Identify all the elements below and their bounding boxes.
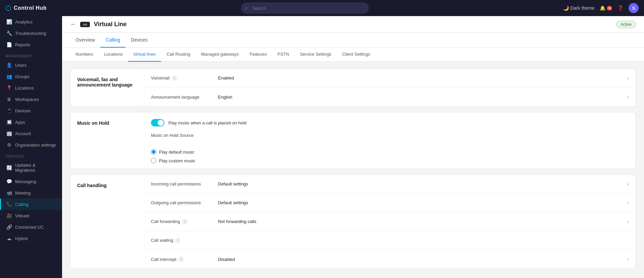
- sidebar-label-groups: Groups: [15, 74, 30, 79]
- outgoing-call-permissions-arrow[interactable]: ›: [627, 200, 629, 206]
- notification-badge: 5: [607, 6, 612, 10]
- call-forwarding-info-icon[interactable]: i: [182, 219, 187, 224]
- sub-tab-managed-gateways-label: Managed gateways: [201, 52, 239, 57]
- call-intercept-info-icon[interactable]: i: [178, 257, 184, 262]
- voicemail-card-left: Voicemail, fax and announcement language: [70, 69, 144, 106]
- calling-icon: 📞: [6, 202, 12, 207]
- sidebar-item-vidcast[interactable]: 🎥 Vidcast: [0, 210, 62, 221]
- sidebar-label-workspaces: Workspaces: [15, 97, 39, 102]
- call-forwarding-value: Not forwarding calls: [218, 219, 627, 224]
- moon-icon: 🌙: [563, 5, 569, 11]
- voicemail-value: Enabled: [218, 75, 627, 80]
- call-waiting-info-icon[interactable]: i: [175, 238, 180, 243]
- call-intercept-arrow[interactable]: ›: [627, 256, 629, 262]
- voicemail-info-icon[interactable]: i: [172, 75, 177, 81]
- call-intercept-value: Disabled: [218, 257, 627, 262]
- sidebar-item-account[interactable]: 🏢 Account: [0, 128, 62, 139]
- outgoing-call-permissions-row: Outgoing call permissions Default settin…: [144, 193, 636, 212]
- sub-tab-virtual-lines[interactable]: Virtual lines: [128, 48, 161, 62]
- sidebar-item-users[interactable]: 👤 Users: [0, 59, 62, 71]
- help-button[interactable]: ❓: [618, 5, 623, 11]
- updates-icon: 🔄: [6, 165, 12, 170]
- sub-tab-locations-label: Locations: [104, 52, 123, 57]
- sidebar-label-updates: Updates & Migrations: [15, 163, 57, 173]
- sub-tab-service-settings[interactable]: Service Settings: [294, 48, 337, 62]
- sidebar-item-locations[interactable]: 📍 Locations: [0, 82, 62, 94]
- play-default-music-option[interactable]: Play default music: [151, 149, 629, 155]
- sidebar-item-reports[interactable]: 📄 Reports: [0, 39, 62, 50]
- search-input[interactable]: [241, 3, 369, 13]
- play-custom-music-option[interactable]: Play custom music: [151, 158, 629, 163]
- sidebar-item-workspaces[interactable]: 🖥 Workspaces: [0, 94, 62, 105]
- sub-tab-pstn-label: PSTN: [277, 52, 289, 57]
- page-header-right: Active: [616, 21, 636, 28]
- music-on-hold-toggle[interactable]: [151, 119, 164, 126]
- analytics-icon: 📊: [6, 19, 12, 24]
- status-badge: Active: [616, 21, 636, 28]
- voicemail-row-arrow[interactable]: ›: [627, 75, 629, 81]
- announcement-language-row: Announcement language English ›: [144, 88, 636, 106]
- dark-theme-toggle[interactable]: 🌙 Dark theme: [563, 5, 594, 11]
- sidebar-item-messaging[interactable]: 💬 Messaging: [0, 176, 62, 187]
- breadcrumb-icon: ≡≡: [80, 22, 90, 27]
- sidebar-item-analytics[interactable]: 📊 Analytics: [0, 16, 62, 27]
- sub-tab-locations[interactable]: Locations: [99, 48, 128, 62]
- sidebar-item-hybrid[interactable]: ☁ Hybrid: [0, 233, 62, 244]
- sidebar-item-groups[interactable]: 👥 Groups: [0, 71, 62, 82]
- page-title: Virtual Line: [94, 21, 127, 28]
- sidebar-item-connected-uc[interactable]: 🔗 Connected UC: [0, 221, 62, 233]
- sidebar-label-connected-uc: Connected UC: [15, 225, 44, 230]
- sub-tab-client-settings[interactable]: Client Settings: [337, 48, 376, 62]
- tab-overview-label: Overview: [75, 37, 95, 43]
- sub-tab-virtual-lines-label: Virtual lines: [133, 52, 156, 57]
- sidebar-item-troubleshooting[interactable]: 🔧 Troubleshooting: [0, 27, 62, 39]
- sidebar-label-reports: Reports: [15, 42, 31, 47]
- sub-tab-numbers-label: Numbers: [75, 52, 93, 57]
- voicemail-card: Voicemail, fax and announcement language…: [70, 68, 636, 107]
- sub-tab-pstn[interactable]: PSTN: [272, 48, 294, 62]
- sub-tab-features[interactable]: Features: [244, 48, 272, 62]
- sidebar-item-updates[interactable]: 🔄 Updates & Migrations: [0, 160, 62, 176]
- devices-icon: 📱: [6, 108, 12, 113]
- sub-tab-numbers[interactable]: Numbers: [70, 48, 99, 62]
- sidebar-item-devices[interactable]: 📱 Devices: [0, 105, 62, 116]
- sidebar-item-calling[interactable]: 📞 Calling: [0, 199, 62, 210]
- call-intercept-row: Call intercept i Disabled ›: [144, 250, 636, 269]
- dark-theme-label: Dark theme: [570, 5, 594, 11]
- call-forwarding-arrow[interactable]: ›: [627, 219, 629, 225]
- notifications-button[interactable]: 🔔 5: [600, 5, 612, 11]
- meeting-icon: 📹: [6, 190, 12, 196]
- sub-tab-client-settings-label: Client Settings: [342, 52, 370, 57]
- tab-calling[interactable]: Calling: [100, 33, 125, 48]
- sidebar-label-messaging: Messaging: [15, 179, 36, 184]
- bell-icon: 🔔: [600, 5, 605, 11]
- call-waiting-row: Call waiting i: [144, 231, 636, 250]
- call-handling-card-left: Call handling: [70, 175, 144, 269]
- sidebar-item-meeting[interactable]: 📹 Meeting: [0, 187, 62, 199]
- announcement-language-row-arrow[interactable]: ›: [627, 94, 629, 100]
- sub-tab-call-routing[interactable]: Call Routing: [161, 48, 196, 62]
- back-button[interactable]: ←: [70, 21, 76, 28]
- incoming-call-permissions-arrow[interactable]: ›: [627, 181, 629, 187]
- hybrid-icon: ☁: [6, 236, 12, 241]
- page-header: ← ≡≡ Virtual Line Active: [62, 16, 644, 33]
- play-default-music-label: Play default music: [159, 150, 195, 155]
- hold-header-row: Play music when a call is placed on hold: [144, 112, 636, 126]
- sub-tab-service-settings-label: Service Settings: [300, 52, 331, 57]
- avatar[interactable]: S: [629, 3, 639, 13]
- sidebar-label-troubleshooting: Troubleshooting: [15, 31, 46, 36]
- sidebar-item-apps[interactable]: 🔲 Apps: [0, 116, 62, 128]
- tab-overview[interactable]: Overview: [70, 33, 100, 48]
- vidcast-icon: 🎥: [6, 213, 12, 218]
- content-area: ← ≡≡ Virtual Line Active Overview Callin…: [62, 16, 644, 278]
- sub-tab-managed-gateways[interactable]: Managed gateways: [196, 48, 244, 62]
- main-layout: 📊 Analytics 🔧 Troubleshooting 📄 Reports …: [0, 16, 644, 278]
- sidebar-item-organisation[interactable]: ⚙ Organisation settings: [0, 139, 62, 151]
- sub-tab-call-routing-label: Call Routing: [166, 52, 190, 57]
- sidebar-label-calling: Calling: [15, 202, 29, 207]
- tab-devices-label: Devices: [131, 37, 148, 43]
- call-handling-card: Call handling Incoming call permissions …: [70, 174, 636, 269]
- announcement-language-label: Announcement language: [151, 95, 218, 100]
- hold-toggle-label: Play music when a call is placed on hold: [168, 120, 247, 125]
- tab-devices[interactable]: Devices: [125, 33, 153, 48]
